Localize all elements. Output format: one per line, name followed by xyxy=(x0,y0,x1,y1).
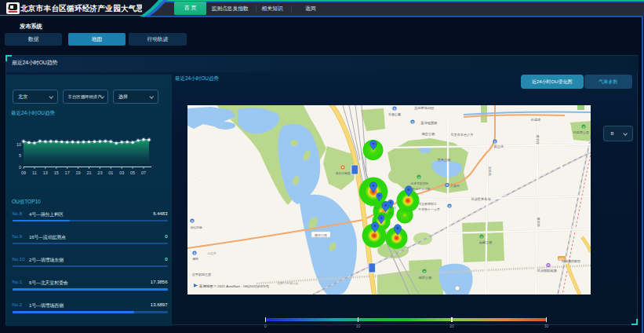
svg-text:在建小京雄高速: 在建小京雄高速 xyxy=(277,281,298,285)
svg-text:B: B xyxy=(191,218,193,222)
svg-text:御景公园: 御景公园 xyxy=(421,132,435,136)
svg-text:11: 11 xyxy=(32,170,37,175)
svg-text:子弟第十一小学: 子弟第十一小学 xyxy=(417,207,440,211)
svg-text:欢乐水俱乐部: 欢乐水俱乐部 xyxy=(412,187,430,191)
svg-text:总部基地18区: 总部基地18区 xyxy=(413,106,435,110)
svg-text:北京市丰台八中: 北京市丰台八中 xyxy=(450,133,473,137)
svg-text:北京铁路职工: 北京铁路职工 xyxy=(418,202,437,206)
svg-text:世界公园: 世界公园 xyxy=(437,158,450,162)
svg-text:5: 5 xyxy=(19,153,21,158)
svg-text:23: 23 xyxy=(97,170,102,175)
svg-text:高佳村: 高佳村 xyxy=(207,251,216,255)
svg-text:香杨公寓: 香杨公寓 xyxy=(388,112,401,116)
svg-text:B: B xyxy=(393,106,395,110)
svg-text:高德地图 © 2021 AutoNavi - GS(2021: 高德地图 © 2021 AutoNavi - GS(2021)6375号 xyxy=(199,284,270,287)
svg-text:B: B xyxy=(448,203,450,207)
svg-text:17: 17 xyxy=(65,170,70,175)
svg-text:07: 07 xyxy=(141,170,146,175)
svg-text:丰科路: 丰科路 xyxy=(488,166,492,176)
svg-text:B: B xyxy=(446,183,448,187)
svg-text:21: 21 xyxy=(86,170,91,175)
svg-text:遄阳: 遄阳 xyxy=(192,257,198,261)
svg-text:B: B xyxy=(193,251,195,254)
svg-text:B: B xyxy=(493,139,496,143)
svg-text:花乡世界名居: 花乡世界名居 xyxy=(471,197,491,201)
svg-text:樊羊路: 樊羊路 xyxy=(536,134,540,145)
svg-text:01: 01 xyxy=(108,170,113,175)
svg-text:产业园区: 产业园区 xyxy=(380,211,393,215)
svg-text:北京学校国际: 北京学校国际 xyxy=(410,181,428,185)
svg-text:樊羊路: 樊羊路 xyxy=(537,217,540,227)
svg-text:09: 09 xyxy=(21,170,26,175)
svg-text:03: 03 xyxy=(119,170,124,175)
svg-text:M: M xyxy=(547,264,549,267)
svg-text:05: 05 xyxy=(130,170,135,175)
svg-text:0: 0 xyxy=(19,165,21,170)
svg-text:B: B xyxy=(411,119,413,123)
svg-text:10: 10 xyxy=(16,142,21,147)
svg-text:高鑫公园: 高鑫公园 xyxy=(478,240,492,244)
svg-text:大葆台: 大葆台 xyxy=(449,184,460,188)
svg-text:白盆窑公园: 白盆窑公园 xyxy=(573,130,589,134)
svg-text:13: 13 xyxy=(43,170,48,175)
svg-text:19: 19 xyxy=(76,170,81,175)
svg-text:15: 15 xyxy=(54,170,59,175)
svg-text:溪谷伊甸园: 溪谷伊甸园 xyxy=(335,171,350,175)
svg-text:白盆窑: 白盆窑 xyxy=(530,118,540,122)
svg-text:培垃焚烧: 培垃焚烧 xyxy=(189,225,202,229)
